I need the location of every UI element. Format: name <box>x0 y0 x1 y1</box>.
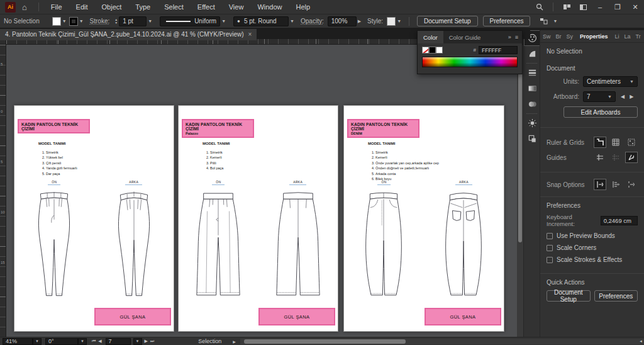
menu-type[interactable]: Type <box>128 0 157 14</box>
previous-artboard-icon[interactable]: ◀ <box>98 339 101 344</box>
use-preview-bounds-checkbox[interactable] <box>547 233 553 239</box>
first-artboard-icon[interactable]: ⏮ <box>92 339 96 344</box>
tab-symbols[interactable]: Sy <box>564 33 576 40</box>
stroke-color-swatch[interactable] <box>69 17 78 26</box>
chevron-down-icon[interactable]: ▼ <box>397 19 401 23</box>
chevron-down-icon[interactable]: ▼ <box>290 19 294 23</box>
chevron-down-icon[interactable]: ▼ <box>62 19 67 23</box>
opacity-value[interactable]: 100% <box>328 16 357 26</box>
canvas[interactable]: KADIN PANTOLON TEKNİK ÇİZİMİ MODEL TANIM… <box>6 45 517 337</box>
zoom-dropdown-icon[interactable]: ▼ <box>33 338 42 345</box>
menu-view[interactable]: View <box>222 0 251 14</box>
color-panel[interactable]: Color Color Guide » ≡ # FFFFFF <box>417 30 523 74</box>
menu-edit[interactable]: Edit <box>69 0 95 14</box>
menu-file[interactable]: File <box>44 0 69 14</box>
collapse-panel-icon[interactable]: » <box>508 34 511 40</box>
menu-help[interactable]: Help <box>289 0 318 14</box>
search-icon[interactable] <box>531 0 548 14</box>
document-setup-button[interactable]: Document Setup <box>417 16 478 26</box>
menu-effect[interactable]: Effect <box>191 0 222 14</box>
fill-color-swatch[interactable] <box>52 17 61 26</box>
close-button[interactable]: ✕ <box>626 0 644 14</box>
vertical-scrollbar-thumb[interactable] <box>518 54 522 242</box>
show-grid-icon[interactable] <box>609 137 622 148</box>
tab-transform[interactable]: Tr <box>633 33 643 40</box>
quick-document-setup-button[interactable]: Document Setup <box>547 290 591 302</box>
scale-corners-checkbox[interactable] <box>547 245 553 251</box>
appearance-panel-icon[interactable] <box>524 115 540 131</box>
previous-artboard-icon[interactable]: ◀ <box>621 94 625 99</box>
chevron-down-icon[interactable]: ▼ <box>553 19 557 23</box>
canvas-workspace[interactable]: 5 0 5 10 15 KADIN PANTOLON TEKNİK ÇİZİMİ… <box>0 39 523 337</box>
chevron-down-icon[interactable]: ▼ <box>148 19 152 23</box>
restore-button[interactable]: ❐ <box>609 0 626 14</box>
home-icon[interactable]: ⌂ <box>22 3 27 12</box>
snap-to-point-icon[interactable] <box>594 179 606 190</box>
artboards-panel-icon[interactable] <box>524 131 540 147</box>
snap-to-pixel-icon[interactable] <box>625 179 638 190</box>
minimize-button[interactable]: – <box>591 0 609 14</box>
tab-color[interactable]: Color <box>418 31 443 43</box>
next-artboard-icon[interactable]: ▶ <box>145 339 148 344</box>
opacity-label[interactable]: Opacity: <box>301 18 324 25</box>
transparency-grid-icon[interactable] <box>625 137 638 148</box>
menu-window[interactable]: Window <box>250 0 289 14</box>
menu-object[interactable]: Object <box>95 0 129 14</box>
quick-preferences-button[interactable]: Preferences <box>594 290 638 302</box>
horizontal-scrollbar-thumb[interactable] <box>244 339 406 344</box>
stroke-stepper[interactable]: ▲▼ <box>114 18 118 25</box>
vertical-scrollbar[interactable] <box>517 45 523 337</box>
artboard-select[interactable]: 7▼ <box>583 91 616 102</box>
rotation-dropdown-icon[interactable]: ▼ <box>78 338 87 345</box>
arrange-documents-icon[interactable] <box>575 0 591 14</box>
artboard-3[interactable]: KADIN PANTOLON TEKNİK ÇİZİMİ DENİM MODEL… <box>343 105 504 332</box>
tab-properties[interactable]: Properties <box>575 33 613 40</box>
tab-brushes[interactable]: Br <box>553 33 564 40</box>
chevron-down-icon[interactable]: ▼ <box>79 19 84 23</box>
tab-libraries[interactable]: Li <box>613 33 622 40</box>
artboard-1[interactable]: KADIN PANTOLON TEKNİK ÇİZİMİ MODEL TANIM… <box>14 105 174 332</box>
workspace-switcher-icon[interactable] <box>558 0 575 14</box>
snap-to-grid-icon[interactable] <box>609 179 622 190</box>
keyboard-increment-field[interactable]: 0,2469 cm <box>601 216 638 225</box>
menu-select[interactable]: Select <box>157 0 191 14</box>
horizontal-scrollbar[interactable]: ▶ ◄ <box>240 339 644 344</box>
rotation-field[interactable]: 0° <box>45 338 78 345</box>
artboard-nav-field[interactable]: 7 <box>106 338 131 345</box>
panel-menu-icon[interactable]: ≡ <box>515 34 518 40</box>
scroll-right-icon[interactable]: ◄ <box>639 339 643 343</box>
illustrator-logo-icon[interactable]: Ai <box>5 2 16 13</box>
hex-value-field[interactable]: FFFFFF <box>479 46 518 54</box>
show-guides-icon[interactable] <box>594 152 606 163</box>
tab-close-icon[interactable]: × <box>248 31 252 38</box>
gradient-panel-icon[interactable] <box>524 81 540 96</box>
white-swatch[interactable] <box>436 47 443 54</box>
stroke-panel-icon[interactable] <box>524 65 540 81</box>
zoom-level-field[interactable]: 41% <box>3 338 33 345</box>
snap-to-guides-icon[interactable] <box>625 152 638 163</box>
color-guide-icon[interactable] <box>524 46 540 62</box>
tab-color-guide[interactable]: Color Guide <box>443 31 487 43</box>
align-options-icon[interactable] <box>535 14 552 28</box>
scale-strokes-effects-checkbox[interactable] <box>547 257 553 263</box>
edit-artboards-button[interactable]: Edit Artboards <box>564 106 638 118</box>
show-rulers-icon[interactable] <box>594 137 606 148</box>
stroke-weight-value[interactable]: 1 pt <box>119 16 147 26</box>
lock-guides-icon[interactable] <box>609 152 622 163</box>
none-color-swatch[interactable] <box>422 47 429 54</box>
chevron-down-icon[interactable]: ▼ <box>221 19 226 23</box>
scroll-left-icon[interactable]: ▶ <box>233 339 236 344</box>
style-swatch[interactable] <box>387 17 396 26</box>
next-artboard-icon[interactable]: ▶ <box>630 94 633 99</box>
last-artboard-icon[interactable]: ⏭ <box>150 339 154 344</box>
stroke-weight-label[interactable]: Stroke: <box>90 18 110 25</box>
preferences-button[interactable]: Preferences <box>483 16 531 26</box>
black-swatch[interactable] <box>429 47 436 54</box>
color-spectrum-bar[interactable] <box>422 57 518 67</box>
tab-swatches[interactable]: Sw <box>540 33 553 40</box>
brush-select[interactable]: ●5 pt. Round <box>233 16 289 26</box>
artboard-2[interactable]: KADIN PANTOLON TEKNİK ÇİZİMİ Palazzo MOD… <box>178 105 338 332</box>
chevron-right-icon[interactable]: ▶ <box>358 19 361 24</box>
tab-layers[interactable]: La <box>622 33 633 40</box>
document-tab[interactable]: 4. Pantolon Teknik Çizimi_Gül ŞANA_2.şub… <box>0 29 257 40</box>
